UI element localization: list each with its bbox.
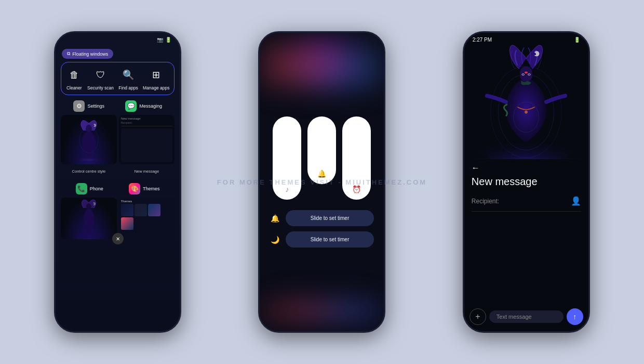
sliders-area: ♪ 🔔 ⏰	[273, 116, 371, 200]
security-icon: 🛡	[92, 67, 109, 83]
status-bar-1: 📷 🔋	[56, 33, 180, 45]
alarm-icon: ⏰	[352, 185, 361, 193]
app-row-1: ⚙ Settings 💬 Messaging	[56, 95, 180, 114]
bell-icon: 🔔	[317, 170, 326, 178]
cleaner-label: Cleaner	[66, 85, 82, 90]
messaging-icon: 💬	[125, 100, 137, 112]
preview-control-centre[interactable]	[61, 115, 117, 164]
shiva-hero-svg	[464, 45, 588, 159]
phone-2: ♪ 🔔 ⏰ 🔔 Slide to set timer 🌙 Slide to se…	[258, 31, 385, 333]
shiva-hero-art	[464, 45, 588, 159]
control-centre-preview	[61, 115, 117, 164]
themes-icon: 🎨	[129, 183, 140, 194]
phone-icon: 📞	[76, 183, 87, 194]
findapps-icon: 🔍	[120, 67, 137, 83]
timer-bell-button[interactable]: Slide to set timer	[286, 210, 374, 226]
phone-label: Phone	[90, 186, 103, 191]
manageapps-icon: ⊞	[148, 67, 165, 83]
bottom-preview-shiva-1	[61, 198, 117, 239]
floating-icon: ⧉	[67, 51, 70, 57]
add-button[interactable]: +	[469, 308, 486, 325]
slider-alarm[interactable]: ⏰	[342, 116, 371, 200]
security-label: Security scan	[87, 85, 114, 90]
preview-new-message[interactable]: New message Recipient:	[119, 115, 175, 164]
action-cleaner[interactable]: 🗑 Cleaner	[66, 67, 83, 90]
bottom-preview-2[interactable]: Themes	[119, 198, 175, 239]
status-bar-3: 2:27 PM 🔋	[464, 33, 588, 45]
settings-label: Settings	[87, 103, 104, 109]
slider-bell[interactable]: 🔔	[307, 116, 336, 184]
app-phone[interactable]: 📞 Phone	[76, 183, 103, 194]
bottom-preview-1[interactable]	[61, 198, 117, 239]
new-message-label: New message	[135, 169, 159, 174]
app-row-2: 📞 Phone 🎨 Themes	[56, 178, 180, 197]
phone-1-content: 📷 🔋 ⧉ Floating windows 🗑 Cleaner 🛡	[56, 33, 180, 331]
app-themes[interactable]: 🎨 Themes	[129, 183, 160, 194]
recipient-row: Recipient: 👤	[472, 196, 581, 212]
quick-actions-box: 🗑 Cleaner 🛡 Security scan 🔍 Find apps ⊞ …	[61, 62, 175, 95]
timer-moon-button[interactable]: Slide to set timer	[286, 231, 374, 248]
bottom-previews: Themes ✕	[56, 198, 180, 239]
bottom-input-row: + Text message ↑	[469, 308, 583, 325]
scene: FOR MORE THEMES VISIT - MIUITHEMEZ.COM 📷…	[0, 0, 644, 364]
cleaner-icon: 🗑	[66, 67, 83, 83]
svg-rect-10	[520, 67, 532, 82]
shiva-mini-svg-1	[71, 119, 107, 161]
preview-labels: Control centre style New message	[56, 165, 180, 175]
phone-3-content: 2:27 PM 🔋	[464, 33, 588, 331]
slider-music[interactable]: ♪	[273, 116, 301, 200]
timer-rows: 🔔 Slide to set timer 🌙 Slide to set time…	[270, 210, 374, 248]
control-centre-label: Control centre style	[72, 169, 106, 174]
svg-point-15	[528, 74, 530, 75]
svg-point-4	[86, 203, 91, 210]
timer-row-moon: 🌙 Slide to set timer	[270, 231, 374, 248]
music-icon: ♪	[285, 185, 289, 193]
send-button[interactable]: ↑	[567, 308, 583, 325]
svg-point-11	[525, 71, 528, 73]
app-settings[interactable]: ⚙ Settings	[73, 100, 104, 112]
new-message-title: New message	[472, 176, 581, 188]
new-message-preview: New message Recipient:	[119, 115, 175, 164]
svg-point-9	[525, 111, 528, 114]
phone-3: 2:27 PM 🔋	[463, 31, 590, 333]
findapps-label: Find apps	[118, 85, 138, 90]
back-arrow[interactable]: ←	[472, 163, 581, 173]
timer-row-bell: 🔔 Slide to set timer	[270, 210, 374, 226]
message-area: ← New message Recipient: 👤	[464, 159, 588, 331]
timer-bell-icon: 🔔	[270, 214, 280, 223]
blurred-lights-top	[260, 33, 384, 116]
phone-2-content: ♪ 🔔 ⏰ 🔔 Slide to set timer 🌙 Slide to se…	[260, 33, 384, 331]
battery-icon: 🔋	[574, 37, 580, 43]
blurred-lights-bottom	[260, 279, 384, 331]
action-security[interactable]: 🛡 Security scan	[87, 67, 114, 90]
contact-icon[interactable]: 👤	[571, 196, 581, 206]
text-message-input[interactable]: Text message	[489, 310, 564, 323]
status-time: 2:27 PM	[473, 37, 492, 43]
themes-preview: Themes	[119, 198, 175, 232]
floating-windows-badge[interactable]: ⧉ Floating windows	[56, 45, 180, 62]
settings-icon: ⚙	[73, 100, 85, 112]
shiva-mini-svg-2	[73, 199, 104, 238]
svg-point-14	[522, 74, 524, 75]
floating-label: Floating windows	[72, 51, 108, 57]
timer-moon-icon: 🌙	[270, 236, 280, 244]
themes-label: Themes	[143, 186, 160, 191]
app-messaging[interactable]: 💬 Messaging	[125, 100, 162, 112]
svg-point-1	[86, 125, 92, 132]
screen-previews-1: New message Recipient:	[56, 115, 180, 164]
action-manageapps[interactable]: ⊞ Manage apps	[143, 67, 170, 90]
recipient-label: Recipient:	[472, 198, 571, 205]
close-preview-button[interactable]: ✕	[112, 233, 124, 244]
phone-1: 📷 🔋 ⧉ Floating windows 🗑 Cleaner 🛡	[54, 31, 181, 333]
manageapps-label: Manage apps	[143, 85, 170, 90]
messaging-label: Messaging	[139, 103, 162, 109]
action-findapps[interactable]: 🔍 Find apps	[118, 67, 138, 90]
